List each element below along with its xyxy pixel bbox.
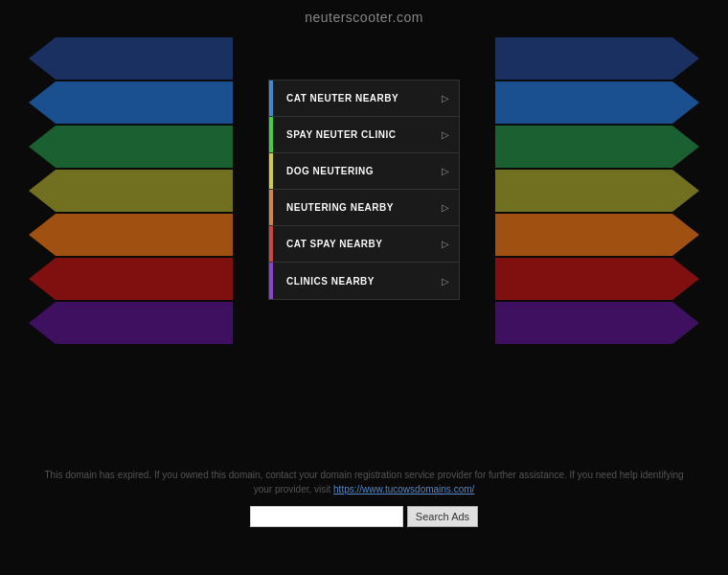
right-arrow-2 — [495, 81, 699, 124]
menu-item-color-bar — [269, 117, 273, 152]
right-arrow-4 — [495, 170, 699, 212]
left-arrow-3 — [29, 126, 233, 168]
right-arrow-7 — [495, 302, 699, 344]
menu-item-color-bar — [269, 263, 273, 299]
right-arrow-5 — [495, 214, 699, 256]
menu-item-color-bar — [269, 226, 273, 262]
right-arrows — [495, 36, 699, 345]
main-area: CAT NEUTER NEARBY▷SPAY NEUTER CLINIC▷DOG… — [0, 36, 728, 343]
menu-item-arrow-icon: ▷ — [442, 276, 449, 287]
footer-link[interactable]: https://www.tucowsdomains.com/ — [333, 484, 474, 494]
menu-item-label: CLINICS NEARBY — [279, 276, 442, 287]
menu-item-3[interactable]: NEUTERING NEARBY▷ — [269, 190, 459, 226]
menu-item-color-bar — [269, 190, 273, 225]
menu-item-arrow-icon: ▷ — [442, 93, 449, 104]
menu-item-5[interactable]: CLINICS NEARBY▷ — [269, 263, 459, 299]
left-arrow-1 — [29, 37, 233, 80]
search-bar: Search Ads — [38, 506, 690, 527]
menu-item-arrow-icon: ▷ — [442, 239, 449, 249]
right-arrow-6 — [495, 258, 699, 300]
footer: This domain has expired. If you owned th… — [0, 468, 728, 527]
menu-item-arrow-icon: ▷ — [442, 202, 449, 213]
menu-item-4[interactable]: CAT SPAY NEARBY▷ — [269, 226, 459, 263]
right-arrow-3 — [495, 126, 699, 168]
menu-item-label: DOG NEUTERING — [279, 166, 442, 176]
left-arrow-7 — [29, 302, 233, 344]
menu-item-1[interactable]: SPAY NEUTER CLINIC▷ — [269, 117, 459, 153]
center-menu: CAT NEUTER NEARBY▷SPAY NEUTER CLINIC▷DOG… — [268, 80, 460, 300]
menu-item-2[interactable]: DOG NEUTERING▷ — [269, 153, 459, 190]
left-arrow-6 — [29, 258, 233, 300]
search-button[interactable]: Search Ads — [407, 506, 478, 527]
left-arrow-4 — [29, 170, 233, 212]
left-arrow-2 — [29, 81, 233, 124]
menu-item-label: NEUTERING NEARBY — [279, 202, 442, 213]
footer-text: This domain has expired. If you owned th… — [38, 468, 690, 496]
domain-title: neuterscooter.com — [0, 0, 728, 25]
left-arrows — [29, 36, 233, 345]
right-arrow-1 — [495, 37, 699, 80]
menu-item-label: CAT SPAY NEARBY — [279, 239, 442, 249]
menu-item-color-bar — [269, 80, 273, 116]
menu-item-label: SPAY NEUTER CLINIC — [279, 129, 442, 140]
search-input[interactable] — [250, 506, 403, 527]
menu-item-arrow-icon: ▷ — [442, 166, 449, 176]
menu-item-color-bar — [269, 153, 273, 189]
menu-item-arrow-icon: ▷ — [442, 129, 449, 140]
left-arrow-5 — [29, 214, 233, 256]
menu-item-label: CAT NEUTER NEARBY — [279, 93, 442, 104]
menu-item-0[interactable]: CAT NEUTER NEARBY▷ — [269, 80, 459, 117]
